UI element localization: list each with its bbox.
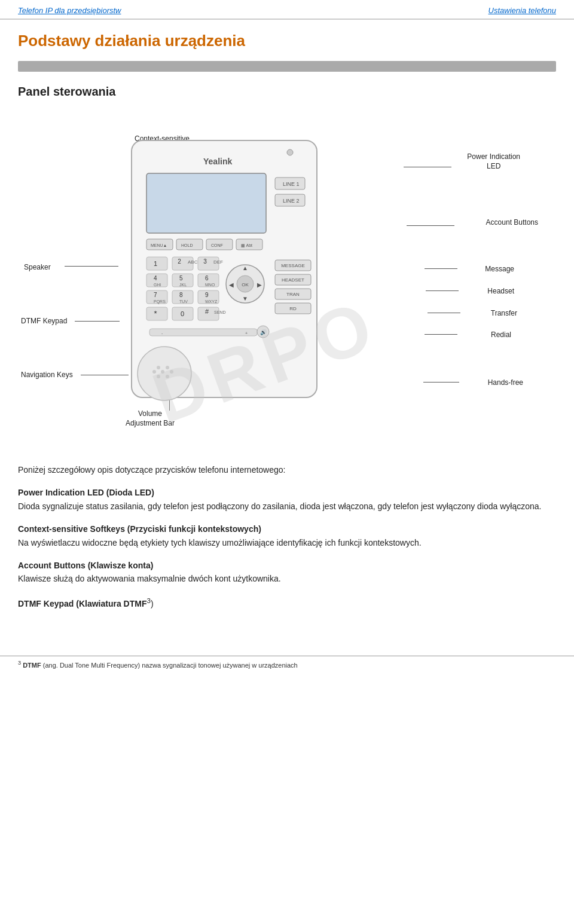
footnote-label: DTMF — [23, 661, 41, 668]
label-handsfree: Hands-free — [488, 378, 523, 387]
svg-point-76 — [170, 370, 173, 374]
context-softkeys-text: Na wyświetlaczu widoczne będą etykiety t… — [18, 538, 422, 547]
descriptions-section: Poniżej szczegółowy opis dotyczące przyc… — [18, 463, 556, 610]
svg-text:MENU▲: MENU▲ — [151, 243, 167, 247]
svg-text:9: 9 — [205, 292, 209, 298]
svg-text:HEADSET: HEADSET — [282, 277, 304, 283]
svg-text:PQRS: PQRS — [154, 299, 166, 304]
svg-text:WXYZ: WXYZ — [205, 299, 218, 304]
svg-text:*: * — [154, 309, 157, 318]
account-buttons-paragraph: Account Buttons (Klawisze konta) Klawisz… — [18, 559, 556, 586]
svg-text:5: 5 — [179, 275, 183, 282]
label-headset: Headset — [487, 287, 514, 295]
svg-point-69 — [138, 347, 191, 400]
label-transfer: Transfer — [491, 309, 517, 317]
svg-text:CONF: CONF — [211, 243, 223, 247]
svg-point-75 — [152, 370, 156, 374]
svg-text:GHI: GHI — [154, 283, 161, 287]
svg-text:+: + — [245, 331, 248, 335]
account-buttons-heading: Account Buttons (Klawisze konta) — [18, 561, 153, 570]
context-softkeys-heading: Context-sensitive Softkeys (Przyciski fu… — [18, 524, 261, 534]
svg-point-72 — [157, 375, 160, 378]
line-headset — [426, 290, 459, 291]
svg-text:SEND: SEND — [214, 310, 225, 314]
svg-text:RD: RD — [289, 306, 297, 311]
dtmf-paragraph: DTMF Keypad (Klawiatura DTMF3) — [18, 595, 556, 610]
svg-point-73 — [166, 375, 169, 378]
svg-text:▲: ▲ — [242, 265, 248, 271]
svg-text:2: 2 — [178, 258, 181, 265]
phone-diagram: Yealink LINE 1 LINE 2 — [114, 134, 341, 409]
label-account-buttons: Account Buttons — [486, 218, 538, 228]
power-led-heading: Power Indication LED (Dioda LED) — [18, 488, 154, 497]
line-dtmf — [75, 321, 120, 322]
svg-point-71 — [166, 366, 169, 369]
line-speaker — [65, 266, 118, 267]
footnote-text: (ang. Dual Tone Multi Frequency) nazwa s… — [43, 661, 298, 668]
label-message: Message — [485, 265, 514, 273]
svg-text:MNO: MNO — [205, 283, 215, 287]
label-power-led: Power Indication LED — [467, 152, 520, 171]
diagram-area: DRPO Context-sensitive Softkeys Power In… — [18, 111, 556, 445]
power-led-paragraph: Power Indication LED (Dioda LED) Dioda s… — [18, 486, 556, 513]
svg-text:▼: ▼ — [242, 295, 248, 302]
svg-text:DEF: DEF — [213, 259, 223, 265]
line-redial — [425, 334, 457, 335]
svg-text:8: 8 — [179, 292, 183, 298]
footnote-number: 3 — [18, 660, 21, 666]
label-navigation-keys: Navigation Keys — [21, 371, 73, 379]
svg-text:ABC: ABC — [188, 259, 198, 265]
svg-text:TRAN: TRAN — [286, 292, 300, 297]
section-title: Panel sterowania — [18, 85, 556, 99]
intro-paragraph: Poniżej szczegółowy opis dotyczące przyc… — [18, 463, 556, 476]
svg-text:3: 3 — [203, 258, 207, 265]
svg-text:LINE 2: LINE 2 — [283, 198, 300, 204]
label-volume: Volume Adjustment Bar — [126, 409, 175, 428]
svg-text:4: 4 — [154, 275, 157, 282]
dtmf-text: ) — [151, 598, 154, 608]
label-redial: Redial — [491, 331, 511, 339]
intro-text: Poniżej szczegółowy opis dotyczące przyc… — [18, 465, 285, 475]
line-handsfree — [423, 382, 459, 383]
main-content: Podstawy działania urządzenia Panel ster… — [0, 20, 574, 638]
svg-text:7: 7 — [154, 292, 157, 298]
header-right: Ustawienia telefonu — [488, 6, 556, 15]
svg-rect-64 — [149, 329, 257, 336]
line-power-led — [404, 167, 451, 167]
svg-point-7 — [287, 149, 293, 155]
page-title: Podstawy działania urządzenia — [18, 32, 556, 50]
label-speaker: Speaker — [24, 263, 51, 271]
svg-text:6: 6 — [205, 275, 209, 282]
label-dtmf: DTMF Keypad — [21, 317, 67, 325]
svg-text:Yealink: Yealink — [203, 157, 232, 166]
svg-text:TUV: TUV — [179, 299, 188, 304]
svg-text:JKL: JKL — [179, 283, 187, 287]
dtmf-heading: DTMF Keypad (Klawiatura DTMF — [18, 598, 146, 608]
line-message — [425, 268, 457, 269]
svg-text:▶: ▶ — [257, 282, 262, 288]
svg-text:HOLD: HOLD — [181, 243, 193, 247]
svg-text:▦ Abt: ▦ Abt — [241, 243, 252, 247]
svg-text:0: 0 — [181, 310, 184, 317]
page-footer: 3 DTMF (ang. Dual Tone Multi Frequency) … — [0, 656, 574, 669]
svg-text:MESSAGE: MESSAGE — [281, 263, 305, 268]
account-buttons-text: Klawisze służą do aktywowania maksymalni… — [18, 574, 281, 583]
gray-bar — [18, 61, 556, 72]
context-softkeys-paragraph: Context-sensitive Softkeys (Przyciski fu… — [18, 522, 556, 549]
svg-text:◀: ◀ — [229, 282, 234, 288]
header-left: Telefon IP dla przedsiębiorstw — [18, 6, 121, 15]
svg-text:#: # — [205, 308, 209, 315]
power-led-text: Dioda sygnalizuje status zasilania, gdy … — [18, 501, 542, 511]
line-account-buttons — [407, 225, 454, 226]
line-transfer — [428, 313, 460, 313]
page-header: Telefon IP dla przedsiębiorstw Ustawieni… — [0, 0, 574, 20]
svg-point-70 — [157, 366, 160, 369]
svg-text:LINE 1: LINE 1 — [283, 181, 300, 187]
svg-point-74 — [161, 370, 164, 374]
svg-text:🔊: 🔊 — [260, 329, 267, 336]
footer-note: 3 DTMF (ang. Dual Tone Multi Frequency) … — [18, 660, 556, 669]
svg-rect-2 — [146, 173, 266, 233]
svg-text:1: 1 — [154, 260, 157, 267]
svg-text:OK: OK — [242, 282, 249, 287]
